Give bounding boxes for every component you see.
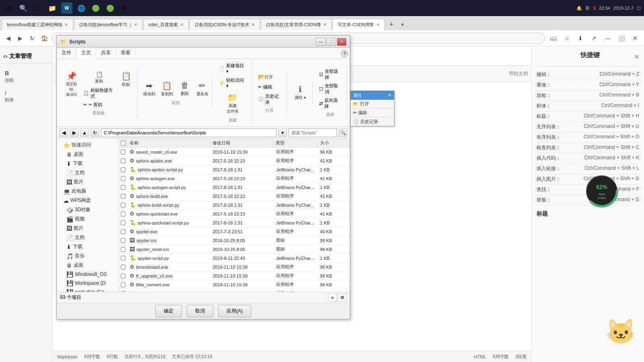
tree-item-docs[interactable]: 📄文档 — [57, 168, 119, 177]
share-button[interactable]: ↗ — [588, 33, 600, 44]
ribbon-select-none-btn[interactable]: ☐ 全部取消 — [318, 82, 343, 96]
forward-button[interactable]: ▶ — [15, 33, 25, 43]
sidebar-item-bold[interactable]: B加粗 — [0, 67, 52, 86]
file-checkbox-14[interactable] — [121, 274, 126, 278]
ribbon-new-item-btn[interactable]: 📄 新建项目 ▾ — [217, 62, 248, 75]
show-desktop-icon[interactable]: ⬡ — [637, 6, 641, 11]
file-row-12[interactable]: 🐍spyder-script.py 2019-9-11 22:43 JetBra… — [119, 254, 350, 263]
file-row-5[interactable]: ⚙sphinx-build.exe 2017-5-18 22:23 应用程序 4… — [119, 192, 350, 201]
tree-item-downloads2[interactable]: ⬇下载 — [57, 242, 119, 251]
list-view-button[interactable]: ⊞ — [338, 294, 347, 302]
file-checkbox-4[interactable] — [121, 185, 126, 190]
tree-item-workspace[interactable]: 💾Workspace (D: — [57, 279, 119, 288]
ribbon-help-button[interactable]: ? — [341, 50, 348, 57]
file-checkbox-7[interactable] — [121, 212, 126, 216]
tab-close-1[interactable]: ✕ — [134, 23, 137, 27]
tab-close-4[interactable]: ✕ — [323, 23, 326, 27]
back-button[interactable]: ◀ — [3, 33, 13, 43]
file-row-4[interactable]: 🐍sphinx-autogen-script.py 2017-8-18 1:31… — [119, 183, 350, 192]
file-row-6[interactable]: 🐍sphinx-build-script.py 2017-8-18 1:31 J… — [119, 201, 350, 210]
prop-item-history[interactable]: 🕐 历史记录 — [351, 117, 394, 126]
tree-item-wps[interactable]: ☁WPS网盘 — [57, 196, 119, 205]
anaconda-icon[interactable]: 🟢 — [105, 2, 116, 14]
file-row-11[interactable]: 🖼spyder_reset.ico 2016-10-25 8:05 图标 98 … — [119, 245, 350, 254]
col-size[interactable]: 大小 — [318, 139, 350, 147]
ribbon-rename-button[interactable]: ✏ 重命名 — [194, 79, 211, 99]
prop-popup-close-button[interactable]: ✕ — [388, 93, 392, 98]
browser-tab-3[interactable]: (2条消息)CSDN-专业IT技术 ✕ — [190, 19, 260, 30]
ribbon-tab-file[interactable]: 文件 — [57, 48, 76, 58]
ribbon-tab-view[interactable]: 查看 — [116, 48, 136, 58]
new-tab-button[interactable]: + — [386, 19, 397, 30]
tree-item-video[interactable]: 🎬视频 — [57, 214, 119, 224]
file-checkbox-1[interactable] — [121, 158, 126, 163]
file-checkbox-5[interactable] — [121, 194, 126, 199]
file-checkbox-8[interactable] — [121, 220, 126, 225]
file-checkbox-0[interactable] — [121, 150, 126, 154]
ribbon-tab-share[interactable]: 共享 — [96, 48, 116, 58]
file-checkbox-12[interactable] — [121, 256, 126, 261]
tree-item-quick-access[interactable]: ⭐快速访问 — [57, 140, 119, 150]
file-checkbox-16[interactable] — [121, 291, 126, 292]
nav-back-button[interactable]: ◀ — [59, 128, 68, 137]
browser-tab-4[interactable]: (2条消息)文章管理-CSDN博 ✕ — [261, 19, 332, 30]
ribbon-edit-btn[interactable]: ✏ 编辑 — [256, 83, 274, 91]
windows-start-icon[interactable]: ⊞ — [3, 2, 14, 14]
browser-tab-0[interactable]: tensorflow搭建三层神经网络 ✕ — [2, 19, 73, 30]
file-checkbox-9[interactable] — [121, 229, 126, 234]
ribbon-select-all-btn[interactable]: ☑ 全部选择 — [318, 68, 343, 81]
ribbon-history-btn[interactable]: 🕐 历史记录 — [256, 93, 283, 106]
nav-forward-button[interactable]: ▶ — [70, 128, 78, 137]
minimize-browser-button[interactable]: — — [602, 33, 613, 44]
file-row-10[interactable]: 🖼spyder.ico 2016-10-25 8:05 图标 99 KB — [119, 236, 350, 245]
file-checkbox-13[interactable] — [121, 265, 126, 269]
tree-item-docs2[interactable]: 📄文档 — [57, 233, 119, 242]
tree-item-this-pc[interactable]: 💻此电脑 — [57, 187, 119, 196]
ribbon-tab-home[interactable]: 主页 — [76, 48, 96, 59]
settings-icon[interactable]: ⚙ — [119, 2, 130, 14]
select-all-checkbox[interactable] — [121, 141, 126, 146]
file-row-15[interactable]: ⚙tflite_convert.exe 2019-11-10 15:39 应用程… — [119, 280, 350, 289]
ribbon-paste-btn[interactable]: 📋 粘贴快捷方式 — [82, 86, 116, 100]
prop-item-open[interactable]: 📂 打开 — [351, 100, 394, 109]
file-row-8[interactable]: 🐍sphinx-quickstart-script.py 2017-8-18 1… — [119, 218, 350, 227]
file-row-1[interactable]: ⚙sphinx-apidoc.exe 2017-5-18 22:23 应用程序 … — [119, 156, 350, 165]
tree-item-os[interactable]: 💾Windows8_OS — [57, 270, 119, 279]
refresh-button[interactable]: ↻ — [27, 33, 37, 43]
nav-up-button[interactable]: ▲ — [80, 128, 89, 137]
task-view-icon[interactable]: 🗂 — [32, 2, 43, 14]
search-input[interactable] — [289, 128, 337, 137]
maximize-browser-button[interactable]: ⬜ — [616, 33, 627, 44]
ribbon-move-button[interactable]: ➡ 移动到 — [141, 79, 157, 99]
tab-close-2[interactable]: ✕ — [180, 23, 184, 27]
col-name[interactable]: 名称 — [127, 139, 210, 147]
file-checkbox-10[interactable] — [121, 238, 126, 243]
explorer-minimize-button[interactable]: — — [316, 38, 326, 46]
file-checkbox-3[interactable] — [121, 176, 126, 181]
file-row-16[interactable]: ⚙toco.exe 2019-11-10 15:39 应用程序 96 KB — [119, 289, 350, 292]
ribbon-paste-button[interactable]: 📋 粘贴 — [118, 70, 134, 109]
confirm-button[interactable]: 确定 — [155, 305, 182, 317]
tray-security-icon[interactable]: S — [593, 6, 596, 10]
chrome-icon[interactable]: 🟢 — [90, 2, 101, 14]
tree-item-downloads[interactable]: ⬇下载 — [57, 159, 119, 168]
file-row-7[interactable]: ⚙sphinx-quickstart.exe 2017-5-18 22:23 应… — [119, 210, 350, 218]
explorer-close-button[interactable]: ✕ — [337, 38, 347, 46]
tab-list-button[interactable]: ▾ — [397, 19, 408, 30]
file-row-3[interactable]: ⚙sphinx-autogen.exe 2017-5-18 22:23 应用程序… — [119, 174, 350, 183]
tab-close-5[interactable]: ✕ — [376, 23, 380, 27]
cancel-button[interactable]: 取消 — [187, 305, 213, 317]
home-button[interactable]: 🏠 — [39, 33, 49, 43]
detail-view-button[interactable]: ≡ — [328, 294, 337, 302]
path-dropdown-button[interactable]: ▾ — [278, 128, 287, 137]
file-explorer-icon[interactable]: 📁 — [47, 2, 58, 14]
ribbon-delete-button[interactable]: 🗑 删除 — [177, 79, 193, 99]
tab-close-0[interactable]: ✕ — [65, 23, 68, 27]
file-row-14[interactable]: ⚙tf_upgrade_v2.exe 2019-11-10 15:39 应用程序… — [119, 272, 350, 280]
edge-icon[interactable]: 🌐 — [76, 2, 87, 14]
bookmark-button[interactable]: ☆ — [561, 33, 572, 44]
file-checkbox-6[interactable] — [121, 203, 126, 208]
ribbon-open-button[interactable]: 📂 打开 — [256, 72, 275, 82]
explorer-maximize-button[interactable]: ⬜ — [326, 38, 336, 46]
browser-tab-2[interactable]: cdsn_百度搜索 ✕ — [143, 19, 189, 30]
